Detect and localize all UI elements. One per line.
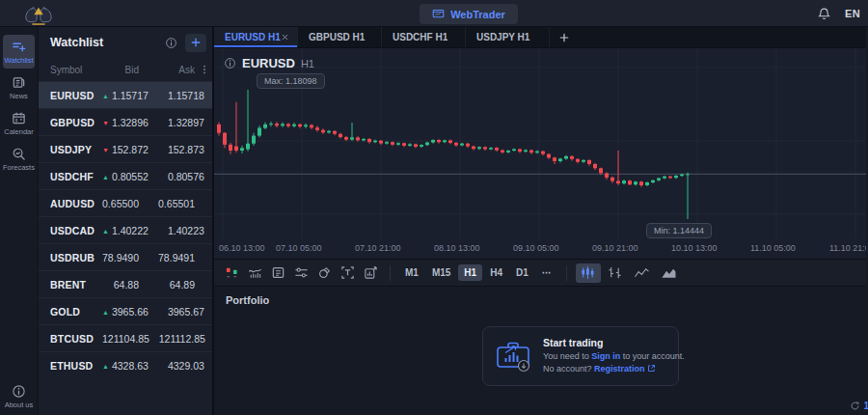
sidebar-item-calendar[interactable]: Calendar bbox=[3, 106, 35, 140]
watchlist-row-gold[interactable]: GOLD▲3965.663965.67 bbox=[39, 297, 214, 324]
bid-price: ▲0.80552 bbox=[102, 171, 149, 182]
shapes-icon[interactable] bbox=[312, 263, 336, 283]
symbol-name: BTCUSD bbox=[50, 333, 102, 345]
watchlist-header: Watchlist bbox=[39, 27, 214, 58]
ask-price: 64.89 bbox=[139, 279, 195, 290]
bid-price: 64.88 bbox=[102, 279, 139, 290]
timeframe-h1[interactable]: H1 bbox=[458, 264, 482, 281]
registration-line: No account? Registration bbox=[543, 363, 685, 376]
watchlist-row-btcusd[interactable]: BTCUSD121104.85121112.85 bbox=[39, 324, 214, 351]
chart-tabs: EURUSD H1GBPUSD H1USDCHF H1USDJPY H1 bbox=[214, 27, 866, 48]
symbol-name: USDCAD bbox=[50, 225, 102, 236]
sidebar-item-label: About us bbox=[5, 401, 34, 409]
more-timeframes-button[interactable]: ⋯ bbox=[536, 264, 557, 281]
bars-icon[interactable] bbox=[603, 263, 628, 283]
notifications-bell-icon[interactable] bbox=[817, 7, 831, 21]
time-axis-label: 11.10 05:00 bbox=[750, 243, 796, 253]
toolbar-separator bbox=[566, 265, 567, 281]
price-down-icon: ▼ bbox=[102, 147, 109, 153]
bid-price: ▲3965.66 bbox=[102, 306, 149, 318]
timeframe-d1[interactable]: D1 bbox=[510, 264, 534, 281]
watchlist-title: Watchlist bbox=[50, 36, 165, 49]
webtrader-button[interactable]: WebTrader bbox=[420, 4, 518, 24]
watchlist-row-usdcad[interactable]: USDCAD▲1.402221.40223 bbox=[39, 216, 214, 243]
refresh-icon[interactable] bbox=[850, 401, 860, 411]
indicators-icon[interactable] bbox=[243, 263, 266, 283]
ask-price: 152.873 bbox=[149, 144, 204, 155]
watchlist-row-eurusd[interactable]: EURUSD▲1.157171.15718 bbox=[39, 81, 214, 108]
plus-icon bbox=[558, 32, 570, 43]
watchlist-row-audusd[interactable]: AUDUSD0.655000.65501 bbox=[39, 189, 214, 216]
close-tab-icon[interactable] bbox=[281, 33, 289, 42]
time-axis-label: 09.10 05:00 bbox=[513, 243, 559, 253]
line-chart-icon[interactable] bbox=[630, 263, 655, 283]
bid-price: ▲1.40222 bbox=[102, 225, 149, 236]
ask-price: 3965.67 bbox=[149, 306, 204, 318]
bid-price: 121104.85 bbox=[102, 333, 149, 345]
timeframe-h4[interactable]: H4 bbox=[484, 264, 508, 281]
timeframe-m1[interactable]: M1 bbox=[399, 264, 424, 281]
watchlist-row-usdrub[interactable]: USDRUB78.949078.9491 bbox=[39, 243, 214, 270]
ask-price: 78.9491 bbox=[139, 252, 195, 263]
symbol-name: ETHUSD bbox=[50, 360, 102, 372]
add-symbol-button[interactable] bbox=[185, 34, 206, 52]
symbol-name: GOLD bbox=[50, 306, 102, 318]
watchlist-info-icon[interactable] bbox=[165, 37, 177, 49]
candles-icon[interactable] bbox=[576, 263, 601, 283]
bid-price: 0.65500 bbox=[102, 198, 139, 209]
watchlist-row-ethusd[interactable]: ETHUSD▲4328.634329.03 bbox=[39, 351, 214, 378]
webtrader-label: WebTrader bbox=[450, 9, 505, 20]
chart-pane[interactable]: EURUSD H1 Max: 1.18098 Min: 1.14444 bbox=[214, 48, 866, 239]
text-tool-icon[interactable] bbox=[336, 263, 359, 283]
chart-region: EURUSD H1GBPUSD H1USDCHF H1USDJPY H1 EUR… bbox=[212, 27, 866, 415]
chart-symbol: EURUSD bbox=[242, 56, 295, 70]
watchlist-row-usdchf[interactable]: USDCHF▲0.805520.80576 bbox=[39, 162, 214, 189]
symbol-name: GBPUSD bbox=[50, 117, 102, 128]
events-icon[interactable] bbox=[266, 263, 289, 283]
symbol-name: AUDUSD bbox=[50, 198, 102, 209]
column-symbol: Symbol bbox=[50, 65, 102, 75]
chart-tab-usdjpy-h1[interactable]: USDJPY H1 bbox=[466, 27, 550, 47]
area-chart-icon[interactable] bbox=[657, 263, 682, 283]
logo[interactable] bbox=[23, 2, 54, 25]
bid-price: ▼1.32896 bbox=[102, 117, 149, 128]
calendar-icon bbox=[12, 111, 26, 125]
timeframe-m15[interactable]: M15 bbox=[426, 264, 456, 281]
new-tab-button[interactable] bbox=[550, 27, 579, 47]
stats-icon[interactable] bbox=[359, 263, 382, 283]
time-axis-label: 09.10 21:00 bbox=[592, 243, 638, 253]
sidebar-item-forecasts[interactable]: Forecasts bbox=[3, 142, 35, 176]
sign-in-line: You need to Sign in to your account. bbox=[543, 350, 685, 364]
watchlist-column-headers: Symbol Bid Ask bbox=[39, 58, 214, 81]
start-trading-title: Start trading bbox=[543, 337, 685, 348]
watchlist-row-usdjpy[interactable]: USDJPY▼152.872152.873 bbox=[39, 135, 214, 162]
watchlist-row-gbpusd[interactable]: GBPUSD▼1.328961.32897 bbox=[39, 108, 214, 135]
watchlist-menu-icon[interactable] bbox=[199, 64, 210, 75]
chart-tab-usdchf-h1[interactable]: USDCHF H1 bbox=[382, 27, 466, 47]
symbol-info-icon[interactable] bbox=[224, 57, 236, 69]
time-axis-label: 10.10 13:00 bbox=[671, 243, 718, 253]
sidebar-item-news[interactable]: News bbox=[3, 70, 35, 104]
price-up-icon: ▲ bbox=[102, 174, 109, 180]
ask-price: 4329.03 bbox=[149, 360, 204, 372]
price-down-icon: ▼ bbox=[102, 120, 109, 126]
levels-icon[interactable] bbox=[289, 263, 312, 283]
sign-in-link[interactable]: Sign in bbox=[591, 351, 620, 361]
chart-tab-eurusd-h1[interactable]: EURUSD H1 bbox=[214, 27, 298, 47]
watchlist-row-brent[interactable]: BRENT64.8864.89 bbox=[39, 270, 214, 297]
language-selector[interactable]: EN bbox=[845, 8, 860, 19]
column-bid: Bid bbox=[102, 65, 139, 75]
tab-label: GBPUSD H1 bbox=[309, 32, 373, 42]
webtrader-terminal-icon bbox=[432, 8, 445, 20]
forecasts-icon bbox=[12, 147, 26, 161]
sidebar-item-about-us[interactable]: About us bbox=[3, 379, 35, 413]
rail-spacer bbox=[0, 178, 38, 377]
webtrader-app: { "topbar": { "webtrader_label": "WebTra… bbox=[0, 0, 868, 415]
deals-icon[interactable] bbox=[220, 263, 243, 283]
chart-toolbar: M1M15H1H4D1⋯ bbox=[214, 259, 866, 286]
toolbar-separator bbox=[390, 265, 391, 281]
plus-icon bbox=[190, 37, 202, 48]
registration-link[interactable]: Registration bbox=[594, 364, 645, 374]
chart-tab-gbpusd-h1[interactable]: GBPUSD H1 bbox=[298, 27, 382, 47]
sidebar-item-watchlist[interactable]: Watchlist bbox=[3, 35, 35, 69]
